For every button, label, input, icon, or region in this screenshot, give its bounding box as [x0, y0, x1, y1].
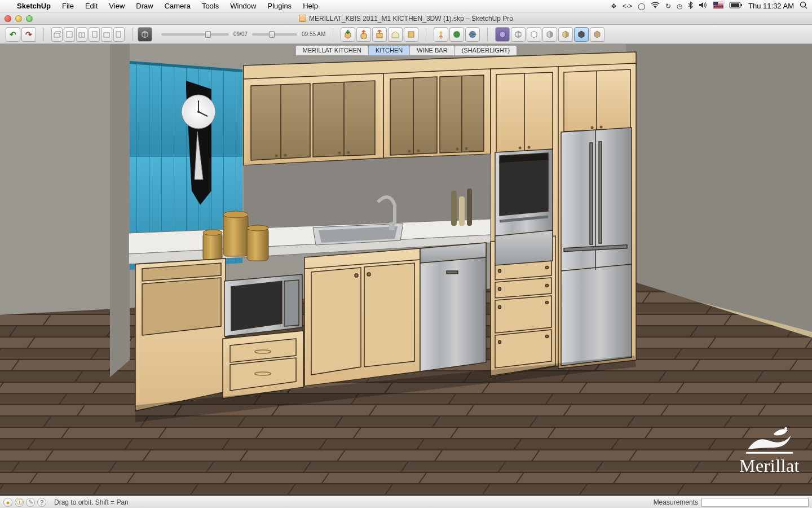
undo-button[interactable] [6, 27, 20, 42]
sync-icon[interactable]: ◯ [638, 2, 645, 10]
svg-point-139 [223, 211, 248, 218]
view-iso-button[interactable] [51, 27, 63, 42]
menu-file[interactable]: File [56, 2, 80, 10]
svg-rect-10 [741, 4, 742, 6]
svg-point-125 [600, 126, 603, 129]
svg-point-159 [355, 274, 358, 277]
preview-in-earth-button[interactable] [449, 27, 464, 42]
menu-edit[interactable]: Edit [80, 2, 103, 10]
svg-rect-21 [408, 32, 414, 37]
svg-point-170 [546, 284, 549, 287]
menubar-clock[interactable]: Thu 11:32 AM [748, 2, 794, 10]
menu-help[interactable]: Help [297, 2, 324, 10]
menu-plugins[interactable]: Plugins [262, 2, 297, 10]
traffic-lights [5, 15, 33, 22]
hidden-line-button[interactable] [527, 27, 541, 42]
svg-point-176 [546, 335, 549, 338]
claim-status-icon[interactable]: ✎ [26, 498, 35, 507]
warehouse-button[interactable] [388, 27, 403, 42]
scene-tab-kitchen[interactable]: KITCHEN [368, 45, 410, 55]
spotlight-icon[interactable] [800, 1, 807, 11]
styles-button[interactable] [590, 27, 604, 42]
get-models-button[interactable] [341, 27, 355, 42]
measurements-input[interactable] [701, 498, 809, 507]
svg-point-143 [203, 230, 222, 235]
credits-status-icon[interactable]: ⓘ [15, 498, 24, 507]
geolocation-status-icon[interactable]: ● [3, 498, 12, 507]
menu-tools[interactable]: Tools [196, 2, 224, 10]
svg-point-95 [197, 111, 200, 113]
scene-tab-merillat-kitchen[interactable]: MERILLAT KITCHEN [295, 45, 369, 55]
zoom-window-button[interactable] [26, 15, 33, 22]
svg-line-12 [805, 7, 807, 9]
window-title: MERILLAT_KBIS 2011_M1 KICTHEN_3DW (1).sk… [309, 15, 513, 23]
svg-point-160 [367, 273, 370, 276]
scene-tab-shaderlight[interactable]: (SHADERLIGHT) [454, 45, 518, 55]
svg-point-172 [498, 306, 501, 309]
redo-button[interactable] [21, 27, 36, 42]
svg-rect-20 [377, 33, 382, 38]
svg-point-11 [801, 2, 806, 7]
svg-rect-18 [104, 33, 109, 37]
svg-point-120 [456, 148, 459, 151]
battery-icon[interactable] [729, 2, 743, 10]
view-back-button[interactable] [101, 27, 112, 42]
view-top-button[interactable] [64, 27, 75, 42]
svg-point-123 [528, 146, 531, 149]
svg-point-141 [247, 225, 268, 231]
svg-marker-171 [495, 296, 551, 333]
svg-point-23 [453, 31, 460, 38]
wifi-icon[interactable] [651, 2, 660, 10]
view-right-button[interactable] [89, 27, 100, 42]
shadow-time-slider[interactable] [252, 33, 297, 36]
menu-window[interactable]: Window [224, 2, 262, 10]
google-earth-button[interactable] [465, 27, 480, 42]
close-window-button[interactable] [5, 15, 11, 22]
code-icon[interactable]: <·> [623, 2, 632, 10]
svg-marker-158 [364, 263, 414, 367]
dropbox-icon[interactable]: ❖ [611, 2, 617, 10]
svg-rect-14 [67, 32, 72, 37]
xray-button[interactable] [495, 27, 510, 42]
shadow-date-slider[interactable] [161, 33, 229, 36]
shadow-slider-group: 09/07 09:55 AM [156, 31, 328, 37]
svg-point-118 [408, 150, 411, 153]
svg-point-124 [591, 126, 594, 129]
monochrome-button[interactable] [574, 27, 589, 42]
svg-rect-163 [447, 271, 458, 274]
shaded-button[interactable] [542, 27, 557, 42]
model-viewport[interactable]: Merillat [0, 44, 812, 496]
svg-point-24 [469, 31, 476, 38]
get-photo-textures-button[interactable] [434, 27, 448, 42]
menu-draw[interactable]: Draw [130, 2, 158, 10]
svg-point-22 [440, 31, 443, 34]
share-model-button[interactable] [356, 27, 371, 42]
view-front-button[interactable] [76, 27, 87, 42]
svg-rect-135 [451, 191, 457, 226]
extension-button[interactable] [404, 27, 418, 42]
volume-icon[interactable] [699, 2, 708, 10]
app-name[interactable]: SketchUp [11, 2, 56, 10]
svg-point-115 [284, 154, 287, 157]
svg-point-122 [519, 147, 522, 150]
bluetooth-icon[interactable] [688, 1, 693, 11]
refresh-icon[interactable]: ↻ [665, 2, 671, 10]
time-machine-icon[interactable]: ◷ [677, 2, 682, 10]
help-status-icon[interactable]: ? [37, 498, 46, 507]
svg-rect-9 [731, 3, 739, 7]
minimize-window-button[interactable] [15, 15, 22, 22]
svg-rect-13 [54, 33, 60, 37]
wireframe-button[interactable] [511, 27, 526, 42]
svg-rect-5 [713, 6, 723, 6]
menu-view[interactable]: View [103, 2, 130, 10]
flag-icon[interactable] [713, 2, 723, 10]
svg-marker-153 [231, 281, 282, 331]
svg-point-116 [338, 152, 341, 155]
view-left-button[interactable] [113, 27, 125, 42]
svg-rect-136 [459, 196, 465, 226]
shadow-toggle-button[interactable] [138, 27, 152, 42]
scene-tab-wine-bar[interactable]: WINE BAR [409, 45, 454, 55]
shaded-textures-button[interactable] [558, 27, 573, 42]
share-component-button[interactable] [372, 27, 387, 42]
menu-camera[interactable]: Camera [159, 2, 196, 10]
